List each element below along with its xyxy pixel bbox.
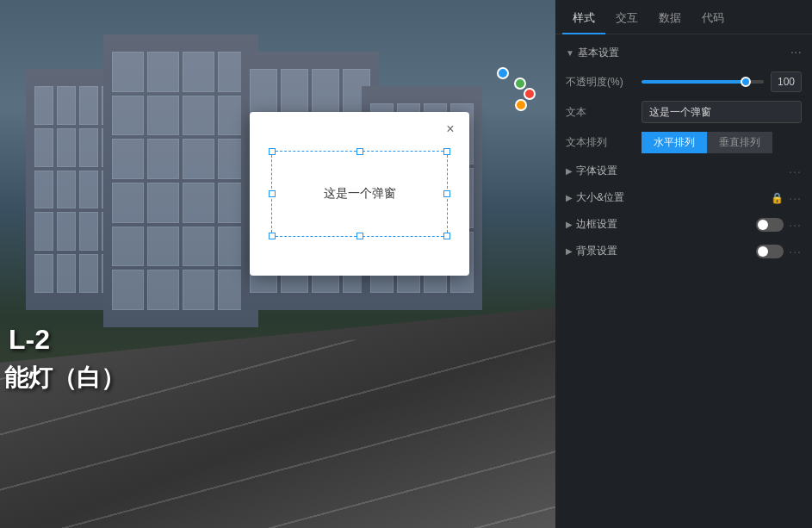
handle-middle-right[interactable] xyxy=(443,190,450,197)
handle-bottom-left[interactable] xyxy=(269,233,276,239)
text-align-btn-group: 水平排列 垂直排列 xyxy=(642,132,772,153)
text-prop-label: 文本 xyxy=(566,105,635,120)
bg-more-icon[interactable]: ··· xyxy=(789,245,802,258)
border-toggle-knob xyxy=(758,220,768,230)
tab-style[interactable]: 样式 xyxy=(562,3,605,34)
opacity-value-box[interactable]: 100 xyxy=(771,71,802,92)
modal-dialog: × 这是一个弹窗 xyxy=(250,112,469,276)
size-section-left: ▶ 大小&位置 xyxy=(566,190,624,205)
tab-interact[interactable]: 交互 xyxy=(605,3,648,34)
border-more-icon[interactable]: ··· xyxy=(789,218,802,232)
font-section-row[interactable]: ▶ 字体设置 ··· xyxy=(555,158,812,184)
text-prop-value: 这是一个弹窗 xyxy=(642,101,802,123)
size-arrow-icon: ▶ xyxy=(566,193,573,202)
text-align-horizontal-btn[interactable]: 水平排列 xyxy=(642,132,707,153)
handle-bottom-center[interactable] xyxy=(356,233,363,239)
text-align-vertical-btn[interactable]: 垂直排列 xyxy=(707,132,772,153)
border-toggle[interactable] xyxy=(756,218,784,232)
handle-top-left[interactable] xyxy=(269,148,276,155)
border-section-right: ··· xyxy=(756,218,802,232)
panel-content: ▼ 基本设置 ··· 不透明度(%) 100 文本 这是一个弹窗 xyxy=(555,34,812,528)
border-section-row[interactable]: ▶ 边框设置 ··· xyxy=(555,211,812,238)
component-icon-red[interactable] xyxy=(524,88,536,100)
right-panel: 样式 交互 数据 代码 ▼ 基本设置 ··· 不透明度(%) 100 xyxy=(555,0,812,528)
handle-top-center[interactable] xyxy=(356,148,363,155)
border-section-left: ▶ 边框设置 xyxy=(566,217,617,232)
size-section-more-icon[interactable]: ··· xyxy=(789,191,802,205)
basic-section-title: ▼ 基本设置 xyxy=(566,46,619,60)
border-arrow-icon: ▶ xyxy=(566,220,573,229)
text-prop-row: 文本 这是一个弹窗 xyxy=(555,96,812,127)
bg-toggle[interactable] xyxy=(756,245,784,258)
basic-section-more-icon[interactable]: ··· xyxy=(790,45,802,60)
font-arrow-icon: ▶ xyxy=(566,166,573,176)
bg-arrow-icon: ▶ xyxy=(566,246,573,256)
text-align-row: 文本排列 水平排列 垂直排列 xyxy=(555,127,812,158)
bg-toggle-knob xyxy=(758,246,768,257)
bg-section-right: ··· xyxy=(756,245,802,258)
size-section-right: 🔒 ··· xyxy=(771,191,802,205)
bg-section-label: 背景设置 xyxy=(576,244,617,258)
building-2 xyxy=(103,34,258,327)
font-section-left: ▶ 字体设置 xyxy=(566,164,617,178)
handle-middle-left[interactable] xyxy=(269,190,276,197)
opacity-slider-thumb[interactable] xyxy=(741,77,751,87)
text-input-field[interactable]: 这是一个弹窗 xyxy=(642,101,802,123)
component-icon-green[interactable] xyxy=(514,78,526,90)
size-section-row[interactable]: ▶ 大小&位置 🔒 ··· xyxy=(555,184,812,211)
tabs-bar: 样式 交互 数据 代码 xyxy=(555,0,812,34)
size-section-label: 大小&位置 xyxy=(576,190,624,205)
handle-top-right[interactable] xyxy=(443,148,450,155)
font-section-right: ··· xyxy=(789,165,802,178)
handle-bottom-right[interactable] xyxy=(443,233,450,239)
scene-label-2: 能灯（白） xyxy=(4,362,125,394)
font-section-label: 字体设置 xyxy=(576,164,617,178)
opacity-slider-track[interactable] xyxy=(642,80,764,84)
bg-section-left: ▶ 背景设置 xyxy=(566,244,617,258)
tab-code[interactable]: 代码 xyxy=(691,3,735,34)
tab-data[interactable]: 数据 xyxy=(648,3,691,34)
size-lock-icon: 🔒 xyxy=(771,192,784,204)
component-icon-orange[interactable] xyxy=(515,99,527,111)
modal-content-area: 这是一个弹窗 xyxy=(271,151,448,237)
scene-label-1: L-2 xyxy=(9,324,50,356)
modal-close-button[interactable]: × xyxy=(442,121,459,138)
opacity-slider-container xyxy=(642,80,764,84)
opacity-label: 不透明度(%) xyxy=(566,75,635,90)
basic-section-label: 基本设置 xyxy=(578,46,619,60)
component-icon-blue[interactable] xyxy=(497,67,509,79)
scene-canvas: L-2 能灯（白） × 这是一个弹窗 xyxy=(0,0,555,528)
text-align-control: 水平排列 垂直排列 xyxy=(642,132,802,153)
bg-section-row[interactable]: ▶ 背景设置 ··· xyxy=(555,238,812,264)
opacity-row: 不透明度(%) 100 xyxy=(555,67,812,96)
opacity-control: 100 xyxy=(642,71,802,92)
modal-text-content: 这是一个弹窗 xyxy=(324,186,396,202)
font-section-more-icon[interactable]: ··· xyxy=(789,165,802,178)
section-arrow-icon: ▼ xyxy=(566,48,574,58)
basic-section-header[interactable]: ▼ 基本设置 ··· xyxy=(555,38,812,67)
border-section-label: 边框设置 xyxy=(576,217,617,232)
text-align-label: 文本排列 xyxy=(566,135,635,150)
